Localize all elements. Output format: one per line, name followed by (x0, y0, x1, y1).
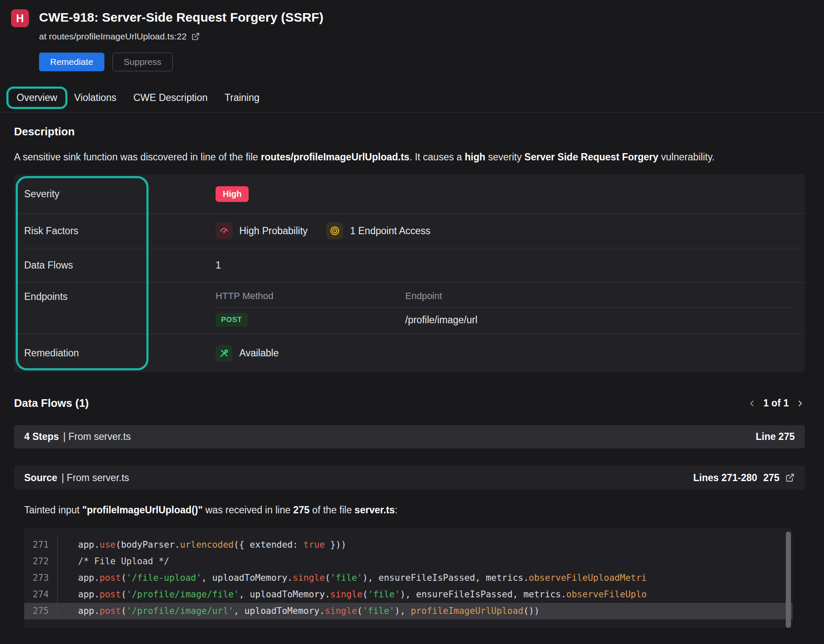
data-flows-label: Data Flows (14, 260, 216, 271)
code-lines: 271app.use(bodyParser.urlencoded({ exten… (24, 537, 793, 619)
external-link-icon[interactable] (191, 32, 200, 41)
endpoints-row: Endpoints HTTP Method Endpoint POST /pro… (14, 283, 805, 334)
chevron-right-icon[interactable] (796, 399, 805, 408)
tab-overview-label: Overview (17, 92, 57, 103)
risk-factors-label: Risk Factors (14, 225, 216, 237)
tab-violations-label: Violations (74, 92, 116, 103)
code-line-272: 272/* File Upload */ (24, 553, 793, 570)
tainted-input-text: Tainted input "profileImageUrlUpload()" … (14, 504, 805, 516)
details-panel: Severity High Risk Factors High Probabil… (14, 174, 805, 372)
source-current-line: 275 (763, 472, 779, 484)
risk-factor-label: High Probability (239, 225, 308, 237)
tools-icon (216, 345, 233, 362)
remediation-status: Available (239, 347, 279, 359)
probability-gauge-icon (216, 222, 233, 239)
source-file: | From server.ts (62, 472, 129, 484)
post-method-badge: POST (216, 313, 248, 327)
data-flows-row: Data Flows 1 (14, 248, 805, 283)
endpoints-header-divider (216, 307, 795, 308)
code-line-275: 275app.post('/profile/image/url', upload… (24, 603, 793, 619)
external-link-icon[interactable] (785, 473, 795, 482)
risk-factors-row: Risk Factors High Probability 1 Endpoint… (14, 214, 805, 248)
code-line-273: 273app.post('/file-upload', uploadToMemo… (24, 570, 793, 586)
endpoint-path: /profile/image/url (405, 314, 477, 326)
severity-row: Severity High (14, 174, 805, 214)
code-line-274: 274app.post('/profile/image/file', uploa… (24, 586, 793, 603)
suppress-button[interactable]: Suppress (112, 53, 173, 71)
chevron-left-icon[interactable] (747, 399, 757, 408)
code-line-271: 271app.use(bodyParser.urlencoded({ exten… (24, 537, 793, 553)
steps-count: 4 Steps (24, 431, 59, 442)
tab-training[interactable]: Training (224, 91, 260, 104)
tab-overview[interactable]: Overview (16, 91, 58, 104)
description-heading: Description (14, 125, 805, 138)
source-bar[interactable]: Source | From server.ts Lines 271-280 27… (14, 465, 805, 490)
steps-source: | From server.ts (63, 431, 131, 442)
finding-header: H CWE-918: Server-Side Request Forgery (… (0, 0, 824, 71)
tab-training-label: Training (224, 92, 259, 103)
remediation-label: Remediation (14, 347, 216, 359)
severity-label: Severity (14, 188, 216, 200)
tab-cwe-description-label: CWE Description (133, 92, 207, 103)
endpoint-header: Endpoint (405, 291, 442, 302)
tab-violations[interactable]: Violations (73, 91, 117, 104)
code-scrollbar-thumb[interactable] (786, 532, 791, 628)
data-flows-heading: Data Flows (1) (14, 397, 89, 410)
remediation-row: Remediation Available (14, 334, 805, 372)
risk-factor-label: 1 Endpoint Access (350, 225, 430, 237)
risk-factor-endpoint-access: 1 Endpoint Access (326, 222, 430, 239)
steps-line: Line 275 (756, 431, 795, 442)
data-flows-count: 1 (216, 260, 221, 271)
risk-factor-probability: High Probability (216, 222, 308, 239)
pagination-label: 1 of 1 (763, 398, 789, 409)
source-title: Source (24, 472, 57, 484)
source-lines-range: Lines 271-280 (693, 472, 757, 484)
file-location: at routes/profileImageUrlUpload.ts:22 (39, 31, 187, 42)
steps-bar[interactable]: 4 Steps | From server.ts Line 275 (14, 425, 805, 448)
remediate-button[interactable]: Remediate (39, 53, 104, 71)
target-icon (326, 222, 343, 239)
http-method-header: HTTP Method (216, 291, 405, 302)
tab-bar: Overview Violations CWE Description Trai… (0, 87, 824, 109)
severity-high-icon: H (11, 9, 29, 27)
severity-high-badge: High (216, 186, 249, 202)
source-code-viewer: 271app.use(bodyParser.urlencoded({ exten… (24, 528, 793, 628)
endpoints-label: Endpoints (14, 283, 216, 302)
tab-divider (0, 112, 824, 112)
tab-cwe-description[interactable]: CWE Description (132, 91, 208, 104)
main-content: Description A sensitive sink function wa… (0, 125, 824, 628)
data-flow-pagination: 1 of 1 (747, 398, 805, 409)
description-text: A sensitive sink function was discovered… (14, 148, 805, 166)
page-title: CWE-918: Server-Side Request Forgery (SS… (39, 8, 323, 26)
